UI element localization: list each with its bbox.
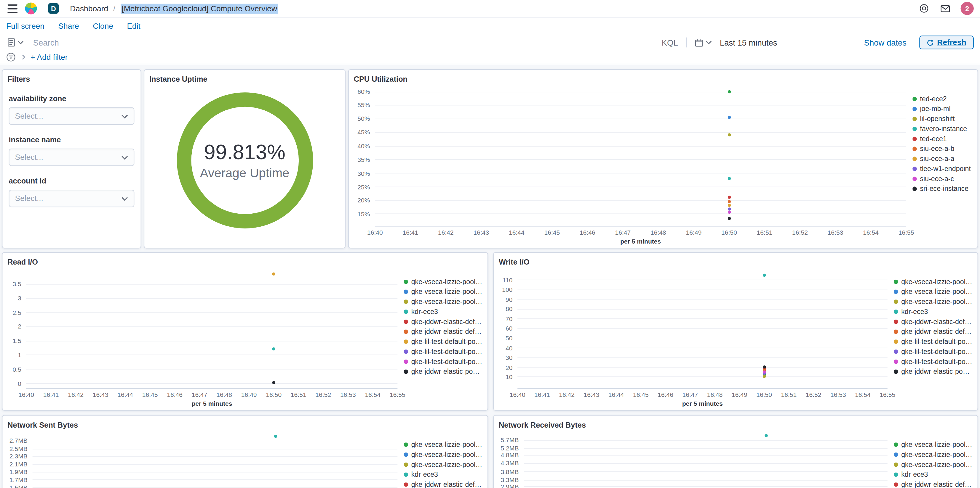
legend-item[interactable]: gke-vseca-lizzie-pool-1-1877... <box>894 439 973 450</box>
legend-item[interactable]: gke-jddwr-elastic-default-po... <box>894 316 973 326</box>
gridline <box>523 463 887 464</box>
legend-item[interactable]: gke-vseca-lizzie-pool-1-1877... <box>894 276 973 287</box>
network-received-bytes-chart: 5.7MB5.2MB4.8MB4.3MB3.8MB3.3MB2.9MB2.4MB… <box>499 432 973 488</box>
legend-series-label: gke-jddwr-elastic-default-po... <box>901 328 972 335</box>
data-point <box>762 370 766 374</box>
panel-title: CPU Utilization <box>349 70 978 84</box>
legend-item[interactable]: gke-vseca-lizzie-pool-1-630... <box>894 296 973 307</box>
refresh-button[interactable]: Refresh <box>920 35 974 49</box>
legend-item[interactable]: ted-ece1 <box>912 133 972 144</box>
x-axis-tick: 16:41 <box>43 391 59 398</box>
legend-item[interactable]: gke-vseca-lizzie-pool-1-630... <box>404 459 482 469</box>
legend-item[interactable]: favero-instance <box>912 124 972 134</box>
legend-item[interactable]: gke-jddwr-elastic-default-po... <box>404 316 482 326</box>
date-picker-button[interactable] <box>692 37 714 48</box>
user-avatar[interactable]: 2 <box>961 2 974 15</box>
legend-item[interactable]: kdr-ece3 <box>894 307 973 317</box>
legend-item[interactable]: kdr-ece3 <box>404 307 482 317</box>
legend-item[interactable]: siu-ece-a-b <box>912 144 972 154</box>
space-badge[interactable]: D <box>48 3 59 14</box>
legend-item[interactable]: tlee-w1-endpoint <box>912 164 972 174</box>
cpu-utilization-chart: 60%55%50%45%40%35%30%25%20%15%16:4016:41… <box>354 86 973 246</box>
breadcrumb-dashboard[interactable]: Dashboard <box>70 4 108 13</box>
panel-network-sent-bytes: Network Sent Bytes 2.7MB2.5MB2.3MB2.1MB1… <box>2 415 488 488</box>
legend-item[interactable]: gke-jddwr-elastic-default-po... <box>404 479 482 488</box>
saved-query-menu-button[interactable] <box>5 37 26 48</box>
gridline <box>375 132 906 133</box>
y-axis-tick: 2.5MB <box>10 445 27 452</box>
gridline <box>517 299 888 300</box>
legend-item[interactable]: gke-lil-test-default-pool-c1e... <box>894 346 973 356</box>
legend-series-dot <box>894 319 898 324</box>
time-range-value[interactable]: Last 15 minutes <box>720 38 777 48</box>
legend-item[interactable]: gke-vseca-lizzie-pool-1-630... <box>404 296 482 307</box>
legend-item[interactable]: kdr-ece3 <box>404 469 482 479</box>
legend-item[interactable]: gke-vseca-lizzie-pool-1-630... <box>894 459 973 469</box>
legend-item[interactable]: joe-mb-ml <box>912 104 972 114</box>
x-axis-tick: 16:48 <box>216 391 232 398</box>
legend-item[interactable]: gke-lil-test-default-pool-c1e... <box>894 336 973 347</box>
legend-series-dot <box>404 359 408 364</box>
legend-item[interactable]: gke-jddwr-elastic-pool-3-74... <box>894 366 973 376</box>
legend-item[interactable]: gke-jddwr-elastic-default-po... <box>894 326 973 336</box>
uptime-gauge: 99.813% Average Uptime <box>177 92 313 228</box>
legend-series-dot <box>404 452 408 456</box>
y-axis-tick: 4.3MB <box>501 460 519 467</box>
menu-edit[interactable]: Edit <box>127 22 140 31</box>
availability-zone-select[interactable]: Select... <box>9 108 135 125</box>
chart-legend: gke-vseca-lizzie-pool-1-1877...gke-vseca… <box>404 439 482 488</box>
legend-item[interactable]: kdr-ece3 <box>894 469 973 479</box>
legend-item[interactable]: gke-vseca-lizzie-pool-1-1877... <box>404 276 482 287</box>
instance-name-select[interactable]: Select... <box>9 149 135 166</box>
legend-item[interactable]: gke-jddwr-elastic-default-po... <box>894 479 973 488</box>
legend-item[interactable]: ted-ece2 <box>912 93 972 104</box>
legend-item[interactable]: gke-vseca-lizzie-pool-1-c417... <box>404 287 482 296</box>
legend-item[interactable]: gke-vseca-lizzie-pool-1-c417... <box>894 449 973 459</box>
legend-series-label: siu-ece-a-b <box>920 145 954 152</box>
app-header: D Dashboard / [Metricbeat Googlecloud] C… <box>0 0 980 17</box>
legend-item[interactable]: gke-lil-test-default-pool-c1e... <box>404 336 482 347</box>
query-language-button[interactable]: KQL <box>659 38 680 48</box>
elastic-logo[interactable] <box>25 2 37 14</box>
help-menu-button[interactable] <box>918 2 930 14</box>
y-axis-tick: 2 <box>18 323 21 330</box>
legend-item[interactable]: sri-ece-instance <box>912 184 972 193</box>
gridline <box>517 357 888 358</box>
menu-share[interactable]: Share <box>58 22 79 31</box>
x-axis-tick: 16:42 <box>438 229 454 236</box>
gridline <box>375 214 906 214</box>
menu-button[interactable] <box>6 3 19 14</box>
legend-item[interactable]: gke-vseca-lizzie-pool-1-1877... <box>404 439 482 450</box>
legend-item[interactable]: gke-jddwr-elastic-default-po... <box>404 326 482 336</box>
legend-item[interactable]: gke-lil-test-default-pool-c1e... <box>404 346 482 356</box>
legend-series-label: gke-lil-test-default-pool-c1e... <box>901 337 972 345</box>
legend-item[interactable]: gke-vseca-lizzie-pool-1-c417... <box>894 287 973 296</box>
legend-series-dot <box>894 290 898 294</box>
legend-item[interactable]: gke-lil-test-default-pool-c1e... <box>404 356 482 366</box>
x-axis-tick: 16:54 <box>365 391 380 398</box>
newsfeed-button[interactable] <box>939 3 951 14</box>
filter-icon[interactable] <box>5 51 17 63</box>
search-input[interactable] <box>32 37 654 48</box>
y-axis-tick: 1 <box>18 352 21 359</box>
legend-item[interactable]: siu-ece-a-c <box>912 173 972 184</box>
legend-item[interactable]: gke-vseca-lizzie-pool-1-c417... <box>404 449 482 459</box>
legend-item[interactable]: lil-openshift <box>912 114 972 124</box>
y-axis-tick: 3.5 <box>13 280 21 287</box>
legend-item[interactable]: gke-jddwr-elastic-pool-3-74... <box>404 366 482 376</box>
show-dates-button[interactable]: Show dates <box>864 38 907 48</box>
legend-item[interactable]: siu-ece-a-a <box>912 154 972 164</box>
legend-series-label: gke-jddwr-elastic-default-po... <box>411 328 482 335</box>
legend-item[interactable]: gke-lil-test-default-pool-c1e... <box>894 356 973 366</box>
account-id-select[interactable]: Select... <box>9 190 135 207</box>
menu-full-screen[interactable]: Full screen <box>6 22 45 31</box>
add-filter-button[interactable]: + Add filter <box>30 53 68 62</box>
x-axis-label: per 5 minutes <box>26 400 398 407</box>
uptime-gauge-center: 99.813% Average Uptime <box>200 141 290 181</box>
data-point <box>762 273 766 277</box>
menu-clone[interactable]: Clone <box>93 22 113 31</box>
legend-series-dot <box>404 329 408 334</box>
x-axis-tick: 16:52 <box>315 391 331 398</box>
calendar-icon <box>695 38 703 46</box>
y-axis-tick: 60 <box>506 325 512 332</box>
